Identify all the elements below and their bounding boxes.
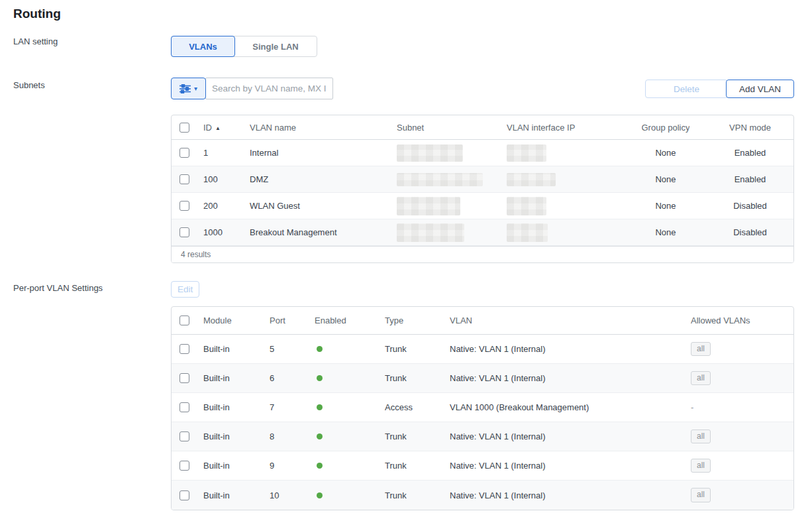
col-port[interactable]: Port — [263, 316, 308, 325]
table-row[interactable]: Built-in 10 Trunk Native: VLAN 1 (Intern… — [172, 481, 793, 510]
row-checkbox[interactable] — [179, 490, 189, 500]
redacted-subnet — [397, 173, 483, 186]
add-vlan-button[interactable]: Add VLAN — [726, 80, 794, 98]
row-checkbox[interactable] — [179, 373, 189, 383]
table-row[interactable]: 1000 Breakout Management None Disabled — [172, 219, 793, 246]
table-row[interactable]: 100 DMZ None Enabled — [172, 166, 793, 193]
table-row[interactable]: Built-in 8 Trunk Native: VLAN 1 (Interna… — [172, 422, 793, 451]
row-checkbox[interactable] — [179, 431, 189, 441]
col-type[interactable]: Type — [378, 316, 443, 325]
redacted-interface-ip — [507, 197, 546, 215]
group-policy: None — [655, 227, 676, 237]
vpn-mode: Disabled — [733, 227, 767, 237]
table-row[interactable]: Built-in 9 Trunk Native: VLAN 1 (Interna… — [172, 451, 793, 481]
vlan-id: 1000 — [197, 227, 243, 237]
allowed-vlans-badge: all — [691, 488, 711, 502]
row-checkbox[interactable] — [179, 227, 189, 237]
routing-page: Routing LAN setting VLANs Single LAN Sub… — [0, 0, 812, 517]
table-row[interactable]: Built-in 7 Access VLAN 1000 (Breakout Ma… — [172, 393, 793, 422]
row-checkbox[interactable] — [179, 148, 189, 158]
filter-button[interactable]: ▾ — [171, 78, 206, 99]
port-number: 9 — [263, 461, 308, 471]
vlan-name: DMZ — [243, 174, 390, 184]
lan-setting-label: LAN setting — [13, 36, 58, 46]
enabled-status-icon — [317, 375, 323, 381]
vpn-mode: Enabled — [735, 148, 766, 158]
subnets-table: ID▲ VLAN name Subnet VLAN interface IP G… — [171, 115, 794, 263]
row-checkbox[interactable] — [179, 461, 189, 471]
col-module[interactable]: Module — [197, 316, 263, 325]
allowed-vlans-badge: all — [691, 430, 711, 443]
table-row[interactable]: 1 Internal None Enabled — [172, 140, 793, 166]
subnets-label: Subnets — [13, 80, 45, 90]
enabled-status-icon — [317, 433, 323, 439]
row-checkbox[interactable] — [179, 402, 189, 412]
port-number: 5 — [263, 344, 308, 354]
port-type: Access — [378, 402, 443, 412]
row-checkbox[interactable] — [179, 201, 189, 211]
edit-button[interactable]: Edit — [171, 281, 199, 298]
enabled-status-icon — [317, 463, 323, 469]
port-vlan: Native: VLAN 1 (Internal) — [443, 344, 684, 354]
col-vlan-name[interactable]: VLAN name — [243, 123, 390, 133]
col-vpn-mode[interactable]: VPN mode — [729, 123, 771, 133]
col-group-policy[interactable]: Group policy — [642, 123, 690, 133]
port-vlan: Native: VLAN 1 (Internal) — [443, 431, 684, 441]
tab-single-lan[interactable]: Single LAN — [234, 36, 317, 56]
page-title: Routing — [13, 7, 61, 21]
tab-vlans[interactable]: VLANs — [171, 36, 235, 57]
redacted-interface-ip — [507, 144, 546, 162]
col-allowed-vlans[interactable]: Allowed VLANs — [684, 316, 794, 325]
redacted-subnet — [397, 223, 464, 242]
results-count: 4 results — [172, 246, 793, 262]
table-row[interactable]: Built-in 6 Trunk Native: VLAN 1 (Interna… — [172, 364, 793, 393]
redacted-interface-ip — [507, 223, 548, 242]
row-checkbox[interactable] — [179, 344, 189, 354]
per-port-table: Module Port Enabled Type VLAN Allowed VL… — [171, 306, 794, 510]
allowed-vlans-none: - — [684, 402, 794, 412]
vlan-name: WLAN Guest — [243, 201, 390, 211]
delete-button[interactable]: Delete — [645, 80, 728, 98]
vlan-id: 1 — [197, 148, 243, 158]
redacted-subnet — [397, 144, 463, 162]
sliders-filter-icon — [179, 84, 191, 93]
port-module: Built-in — [197, 461, 263, 471]
redacted-subnet — [397, 197, 460, 215]
row-checkbox[interactable] — [179, 174, 189, 184]
port-type: Trunk — [378, 373, 443, 383]
subnets-table-header: ID▲ VLAN name Subnet VLAN interface IP G… — [172, 115, 793, 140]
port-module: Built-in — [197, 402, 263, 412]
col-subnet[interactable]: Subnet — [390, 123, 500, 133]
col-enabled[interactable]: Enabled — [308, 316, 378, 325]
col-interface-ip[interactable]: VLAN interface IP — [500, 123, 626, 133]
port-number: 8 — [263, 431, 308, 441]
group-policy: None — [655, 174, 676, 184]
table-row[interactable]: Built-in 5 Trunk Native: VLAN 1 (Interna… — [172, 335, 793, 364]
enabled-status-icon — [317, 492, 323, 498]
port-module: Built-in — [197, 344, 263, 354]
vlan-name: Breakout Management — [243, 227, 390, 237]
select-all-checkbox[interactable] — [179, 123, 189, 133]
col-vlan[interactable]: VLAN — [443, 316, 684, 325]
port-vlan: Native: VLAN 1 (Internal) — [443, 373, 684, 383]
enabled-status-icon — [317, 404, 323, 410]
port-module: Built-in — [197, 431, 263, 441]
port-type: Trunk — [378, 490, 443, 500]
vlan-id: 200 — [197, 201, 243, 211]
table-row[interactable]: 200 WLAN Guest None Disabled — [172, 193, 793, 219]
port-type: Trunk — [378, 344, 443, 354]
per-port-label: Per-port VLAN Settings — [13, 283, 103, 293]
col-id[interactable]: ID▲ — [197, 123, 243, 133]
allowed-vlans-badge: all — [691, 459, 711, 473]
select-all-checkbox[interactable] — [179, 316, 189, 325]
vlan-id: 100 — [197, 174, 243, 184]
per-port-table-header: Module Port Enabled Type VLAN Allowed VL… — [172, 307, 793, 335]
vpn-mode: Disabled — [733, 201, 767, 211]
vpn-mode: Enabled — [735, 174, 766, 184]
port-type: Trunk — [378, 461, 443, 471]
vlan-name: Internal — [243, 148, 390, 158]
chevron-down-icon: ▾ — [194, 86, 197, 92]
lan-setting-toggle: VLANs Single LAN — [171, 36, 317, 57]
search-input[interactable] — [205, 78, 333, 99]
sort-asc-icon: ▲ — [215, 125, 221, 131]
